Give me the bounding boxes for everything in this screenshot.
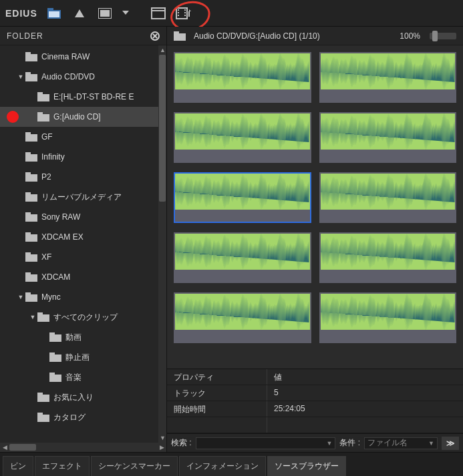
tree-item[interactable]: ▼Audio CD/DVD xyxy=(0,67,166,87)
tree-item-label: G:[Audio CD] xyxy=(53,112,101,122)
clip-label-bar xyxy=(321,89,456,101)
chevron-down-icon[interactable] xyxy=(122,5,130,22)
tree-item-label: Infinity xyxy=(41,152,65,162)
clip-grid xyxy=(167,45,463,369)
tree-item[interactable]: P2 xyxy=(0,167,166,187)
tree-item-label: リムーバブルメディア xyxy=(41,192,122,203)
tree-scrollbar-vertical[interactable]: ▲ ▼ xyxy=(158,45,166,443)
tab[interactable]: ビン xyxy=(3,456,33,476)
audio-clip[interactable] xyxy=(174,52,311,103)
tree-item-label: お気に入り xyxy=(53,392,94,403)
svg-rect-22 xyxy=(25,52,31,55)
tree-item[interactable]: リムーバブルメディア xyxy=(0,187,166,207)
up-triangle-icon[interactable] xyxy=(71,5,88,22)
tree-item[interactable]: GF xyxy=(0,127,166,147)
search-go-button[interactable]: ≫ xyxy=(442,437,459,450)
tree-item[interactable]: Sony RAW xyxy=(0,207,166,227)
svg-rect-60 xyxy=(174,31,179,35)
clip-label-bar xyxy=(175,210,310,222)
tree-item-label: XDCAM EX xyxy=(41,232,84,242)
svg-rect-58 xyxy=(37,413,43,416)
svg-rect-10 xyxy=(178,9,179,11)
svg-rect-2 xyxy=(49,11,59,17)
tree-item-label: Sony RAW xyxy=(41,212,80,222)
tree-item[interactable]: ▼すべてのクリップ xyxy=(0,307,166,327)
properties-col-prop: プロパティ xyxy=(167,369,267,385)
tree-item-label: XF xyxy=(41,252,51,262)
audio-clip[interactable] xyxy=(174,292,311,343)
window-icon[interactable] xyxy=(150,5,167,22)
svg-rect-52 xyxy=(49,352,55,356)
tree-item[interactable]: XDCAM EX xyxy=(0,227,166,247)
tab[interactable]: インフォメーション xyxy=(179,456,266,476)
tree-item-label: GF xyxy=(41,132,53,142)
svg-rect-14 xyxy=(184,12,186,13)
expand-arrow-icon[interactable]: ▼ xyxy=(28,314,37,320)
svg-rect-36 xyxy=(25,192,31,196)
close-icon[interactable] xyxy=(149,30,161,42)
audio-clip[interactable] xyxy=(319,292,457,343)
svg-rect-32 xyxy=(25,152,31,156)
film-register-icon[interactable] xyxy=(175,5,192,22)
folder-icon xyxy=(25,72,37,81)
folder-icon xyxy=(25,272,37,282)
tab[interactable]: シーケンスマーカー xyxy=(91,456,178,476)
waveform-icon xyxy=(321,53,456,89)
svg-rect-12 xyxy=(178,15,179,16)
expand-arrow-icon[interactable]: ▼ xyxy=(16,294,25,300)
tree-scrollbar-horizontal[interactable]: ◀ ▶ xyxy=(0,443,166,452)
svg-rect-7 xyxy=(152,8,165,19)
folder-panel-header: FOLDER xyxy=(0,27,166,45)
folder-open-icon[interactable] xyxy=(45,5,63,22)
search-input[interactable]: ▼ xyxy=(196,437,336,449)
zoom-slider[interactable] xyxy=(430,33,456,39)
folder-icon xyxy=(49,332,61,342)
svg-rect-15 xyxy=(184,15,186,16)
audio-clip[interactable] xyxy=(174,232,311,283)
folder-icon xyxy=(25,192,37,202)
waveform-icon xyxy=(321,113,456,150)
svg-rect-34 xyxy=(25,172,31,176)
tree-item[interactable]: 音楽 xyxy=(0,367,166,387)
svg-rect-30 xyxy=(25,132,31,136)
layout-icon[interactable] xyxy=(96,5,114,22)
tab[interactable]: ソースブラウザー xyxy=(267,456,346,476)
audio-clip[interactable] xyxy=(174,172,311,223)
properties-header: プロパティ 値 xyxy=(167,369,463,385)
tree-item[interactable]: XF xyxy=(0,247,166,267)
property-key: 開始時間 xyxy=(167,401,267,417)
folder-icon xyxy=(25,52,37,61)
folder-icon xyxy=(25,212,37,222)
audio-clip[interactable] xyxy=(319,112,457,163)
audio-clip[interactable] xyxy=(319,52,457,103)
expand-arrow-icon[interactable]: ▼ xyxy=(16,73,25,80)
svg-rect-28 xyxy=(37,112,43,115)
svg-rect-44 xyxy=(25,272,31,276)
search-bar: 検索 : ▼ 条件 : ファイル名 ▼ ≫ xyxy=(167,433,463,452)
search-cond-select[interactable]: ファイル名 ▼ xyxy=(364,437,438,449)
tree-item[interactable]: Cinema RAW xyxy=(0,47,166,67)
svg-rect-5 xyxy=(100,10,110,17)
content-panel: Audio CD/DVD/G:[Audio CD] (1/10) 100% プロ… xyxy=(167,27,463,452)
svg-rect-54 xyxy=(49,373,55,376)
clip-label-bar xyxy=(321,150,456,162)
tree-item[interactable]: カタログ xyxy=(0,407,166,427)
tree-item[interactable]: G:[Audio CD] xyxy=(0,107,166,127)
tree-item[interactable]: Infinity xyxy=(0,147,166,167)
folder-icon xyxy=(37,312,49,322)
main-area: FOLDER Cinema RAW▼Audio CD/DVDE:[HL-DT-S… xyxy=(0,27,463,452)
tree-item-label: Mync xyxy=(41,292,61,302)
property-value: 5 xyxy=(267,385,463,401)
tree-item[interactable]: 動画 xyxy=(0,327,166,347)
tree-item[interactable]: E:[HL-DT-ST BD-RE E xyxy=(0,87,166,107)
audio-clip[interactable] xyxy=(319,232,457,283)
tab[interactable]: エフェクト xyxy=(35,456,90,476)
audio-clip[interactable] xyxy=(174,112,311,163)
tree-item[interactable]: XDCAM xyxy=(0,267,166,287)
tree-item[interactable]: ▼Mync xyxy=(0,287,166,307)
svg-rect-38 xyxy=(25,212,31,216)
tree-item[interactable]: 静止画 xyxy=(0,347,166,367)
audio-clip[interactable] xyxy=(319,172,457,223)
tree-item[interactable]: お気に入り xyxy=(0,387,166,407)
waveform-icon xyxy=(175,234,310,270)
